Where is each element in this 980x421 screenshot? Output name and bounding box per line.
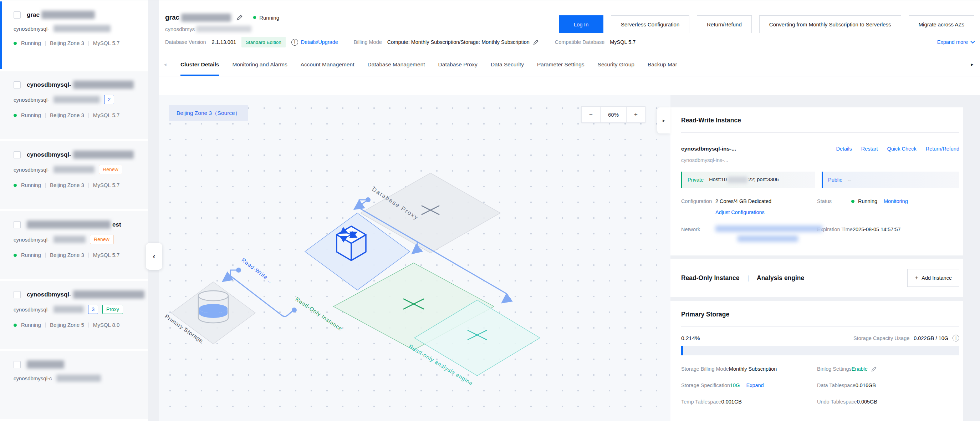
redacted-text (196, 26, 251, 32)
return-refund-button[interactable]: Return/Refund (697, 15, 752, 33)
public-network-cell[interactable]: Public -- (822, 172, 959, 188)
monitoring-link[interactable]: Monitoring (884, 197, 908, 205)
billing-mode-value: Compute: Monthly Subscription/Storage: M… (387, 39, 530, 45)
convert-to-serverless-button[interactable]: Converting from Monthly Subscription to … (759, 15, 901, 33)
instance-id: cynosdbmysql- (14, 236, 49, 242)
tab-parameter-settings[interactable]: Parameter Settings (537, 53, 584, 76)
serverless-configuration-button[interactable]: Serverless Configuration (611, 15, 689, 33)
zoom-out-button[interactable]: − (581, 106, 601, 123)
tab-security-group[interactable]: Security Group (598, 53, 635, 76)
sidebar-collapse-button[interactable]: ‹ (146, 243, 162, 270)
cluster-header: grac Running cynosdbmys Log In Serverles… (159, 0, 980, 95)
item-checkbox[interactable] (14, 221, 21, 228)
storage-billing-value: Monthly Subscription (729, 365, 777, 373)
divider (88, 41, 89, 46)
redacted-text (27, 360, 64, 368)
running-dot-icon (253, 16, 256, 19)
header-actions: Log In Serverless Configuration Return/R… (559, 15, 974, 33)
tabs-scroll-left-icon[interactable]: ◄ (163, 53, 167, 76)
private-network-cell[interactable]: Private Host:1022; port:3306 (681, 172, 815, 188)
read-write-label: Read-Write... (240, 257, 274, 284)
instance-id: cynosdbmysql- (14, 97, 49, 103)
topology-canvas[interactable]: Beijing Zone 3（Source） − 60% + (159, 95, 670, 421)
add-instance-button[interactable]: + Add Instance (907, 269, 959, 287)
log-in-button[interactable]: Log In (559, 15, 603, 33)
redacted-text (54, 166, 94, 173)
proxy-badge[interactable]: Proxy (102, 305, 123, 314)
redacted-text (181, 14, 231, 22)
details-link[interactable]: Details (836, 146, 852, 151)
redacted-text (54, 306, 84, 313)
redacted-text (41, 11, 95, 19)
list-item[interactable]: cynosdbmysql- cynosdbmysql-3Proxy Runnin… (0, 281, 148, 349)
redacted-text (73, 290, 145, 299)
item-checkbox[interactable] (14, 81, 21, 88)
renew-badge[interactable]: Renew (99, 165, 123, 174)
running-dot-icon (14, 254, 17, 257)
adjust-configurations-link[interactable]: Adjust Configurations (715, 209, 765, 215)
instance-list-sidebar: grac cynosdbmysql- Running Beijing Zone … (0, 0, 148, 421)
public-value: -- (848, 177, 851, 183)
tab-backup-management[interactable]: Backup Mar (648, 53, 677, 76)
network-value (715, 225, 822, 242)
info-icon (291, 39, 298, 46)
instance-name: cynosdbmysql-ins-... (681, 145, 736, 152)
running-dot-icon (851, 200, 854, 203)
renew-badge[interactable]: Renew (90, 235, 113, 244)
primary-storage-card: Primary Storage 0.214% Storage Capacity … (670, 301, 963, 421)
divider (45, 41, 46, 46)
panel-collapse-button[interactable]: ► (657, 107, 670, 134)
item-checkbox[interactable] (14, 151, 21, 158)
list-item[interactable]: cynosdbmysql- cynosdbmysql-2 Running Bei… (0, 71, 148, 139)
compatible-database-label: Compatible Database (555, 39, 605, 45)
instance-count-badge[interactable]: 2 (104, 95, 114, 104)
list-item[interactable]: grac cynosdbmysql- Running Beijing Zone … (0, 2, 148, 69)
item-checkbox[interactable] (14, 361, 21, 368)
public-label: Public (828, 177, 842, 183)
return-refund-link[interactable]: Return/Refund (926, 146, 959, 151)
instance-count-badge[interactable]: 3 (88, 305, 98, 314)
billing-mode-label: Billing Mode (354, 39, 382, 45)
tab-database-proxy[interactable]: Database Proxy (438, 53, 477, 76)
running-dot-icon (14, 184, 17, 187)
edit-icon[interactable] (236, 14, 243, 21)
binlog-settings-label: Binlog Settings (817, 365, 852, 373)
expand-storage-link[interactable]: Expand (746, 383, 764, 388)
divider (681, 327, 959, 327)
edit-icon[interactable] (871, 366, 877, 372)
cluster-tabs: ◄ Cluster Details Monitoring and Alarms … (159, 53, 980, 77)
chevron-right-icon: ► (662, 118, 666, 123)
instance-name: cynosdbmysql- (27, 81, 134, 89)
instance-name: est (27, 220, 121, 229)
item-checkbox[interactable] (14, 11, 21, 19)
usage-percent: 0.214% (681, 335, 700, 341)
tab-monitoring-and-alarms[interactable]: Monitoring and Alarms (232, 53, 287, 76)
list-item[interactable]: cynosdbmysql- cynosdbmysql-Renew Running… (0, 141, 148, 209)
divider (88, 253, 89, 258)
quick-check-link[interactable]: Quick Check (887, 146, 916, 151)
redacted-text (73, 151, 134, 159)
expand-more-link[interactable]: Expand more (937, 39, 974, 45)
item-checkbox[interactable] (14, 291, 21, 298)
divider (88, 322, 89, 327)
details-upgrade-link[interactable]: Details/Upgrade (301, 39, 338, 45)
tab-cluster-details[interactable]: Cluster Details (180, 53, 220, 76)
redacted-text (56, 375, 101, 382)
section-title: Primary Storage (681, 301, 959, 318)
zoom-in-button[interactable]: + (626, 106, 646, 123)
list-item[interactable]: cynosdbmysql-c (0, 351, 148, 419)
compatible-database-value: MySQL 5.7 (610, 39, 635, 45)
instance-status-line: Running Beijing Zone 3 MySQL 5.7 (14, 181, 123, 190)
edit-icon[interactable] (533, 39, 539, 45)
restart-link[interactable]: Restart (861, 146, 878, 151)
list-item[interactable]: est cynosdbmysql-Renew Running Beijing Z… (0, 211, 148, 279)
migrate-across-azs-button[interactable]: Migrate across AZs (909, 15, 974, 33)
tabs-scroll-right-icon[interactable]: ► (970, 53, 974, 76)
status-label: Status (817, 197, 851, 205)
redacted-text (73, 81, 134, 89)
page-title: grac (165, 14, 231, 22)
tab-database-management[interactable]: Database Management (368, 53, 425, 76)
tab-account-management[interactable]: Account Management (301, 53, 355, 76)
tab-data-security[interactable]: Data Security (491, 53, 524, 76)
instance-status-line: Running Beijing Zone 3 MySQL 5.7 (14, 111, 123, 120)
